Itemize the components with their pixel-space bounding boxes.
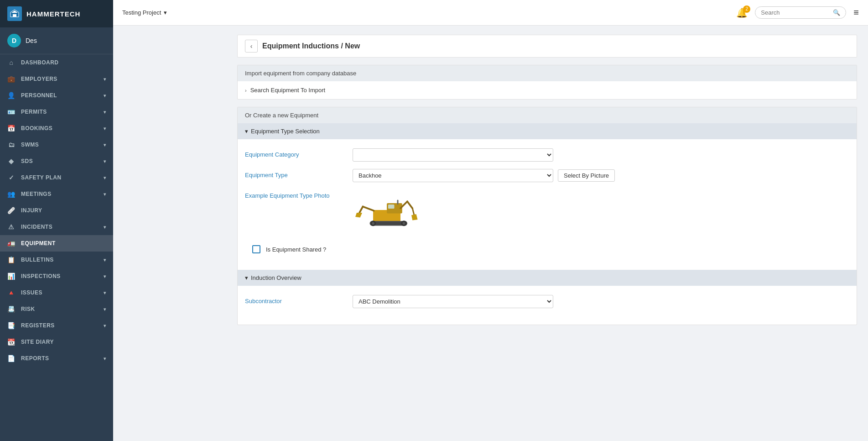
svg-point-16 — [403, 222, 405, 225]
sidebar-item-swms[interactable]: 🗂 SWMS ▾ — [0, 136, 113, 153]
nav-icon-meetings: 👥 — [7, 190, 16, 198]
sidebar-item-issues[interactable]: 🔺 ISSUES ▾ — [0, 284, 113, 301]
nav-icon-dashboard: ⌂ — [7, 59, 16, 66]
project-name: Testing Project — [122, 9, 161, 16]
project-chevron-icon: ▾ — [164, 9, 167, 16]
nav-label-equipment: EQUIPMENT — [21, 240, 56, 247]
nav-icon-bookings: 📅 — [7, 125, 16, 132]
chevron-icon-issues: ▾ — [104, 290, 106, 295]
breadcrumb: ‹ Equipment Inductions / New — [237, 35, 857, 58]
notification-button[interactable]: 🔔 2 — [736, 7, 748, 18]
chevron-icon-bookings: ▾ — [104, 126, 106, 131]
backhoe-image — [353, 189, 421, 231]
category-control — [353, 148, 849, 162]
notification-badge: 2 — [743, 5, 750, 13]
search-input[interactable] — [761, 9, 829, 16]
chevron-icon-personnel: ▾ — [104, 93, 106, 98]
subcontractor-control: ABC Demolition — [353, 295, 849, 308]
search-equipment-row[interactable]: › Search Equipment To Import — [238, 81, 857, 99]
nav-icon-employers: 💼 — [7, 75, 16, 83]
sidebar-item-registers[interactable]: 📑 REGISTERS ▾ — [0, 317, 113, 334]
photo-area — [353, 189, 849, 231]
nav-icon-injury: 🩹 — [7, 207, 16, 214]
sidebar-item-meetings[interactable]: 👥 MEETINGS ▾ — [0, 186, 113, 202]
nav-label-safety-plan: SAFETY PLAN — [21, 174, 62, 181]
svg-point-14 — [372, 222, 374, 225]
chevron-icon-employers: ▾ — [104, 77, 106, 82]
avatar: D — [7, 34, 21, 47]
shared-checkbox[interactable] — [252, 245, 260, 253]
induction-title: Induction Overview — [251, 274, 301, 281]
nav-icon-safety-plan: ✓ — [7, 174, 16, 181]
sidebar-item-equipment[interactable]: 🚛 EQUIPMENT — [0, 235, 113, 252]
nav-label-personnel: PERSONNEL — [21, 92, 57, 99]
search-icon: 🔍 — [833, 9, 840, 16]
sidebar-item-injury[interactable]: 🩹 INJURY — [0, 202, 113, 219]
create-equipment-card: Or Create a new Equipment ▾ Equipment Ty… — [237, 107, 857, 325]
chevron-icon-swms: ▾ — [104, 142, 106, 147]
photo-label: Example Equipment Type Photo — [245, 189, 345, 199]
svg-rect-17 — [397, 200, 399, 205]
nav-icon-swms: 🗂 — [7, 141, 16, 148]
sidebar-item-inspections[interactable]: 📊 INSPECTIONS ▾ — [0, 268, 113, 284]
sidebar-item-sds[interactable]: ◆ SDS ▾ — [0, 153, 113, 169]
sidebar-nav: ⌂ DASHBOARD 💼 EMPLOYERS ▾ 👤 PERSONNEL ▾ … — [0, 54, 113, 367]
nav-icon-reports: 📄 — [7, 355, 16, 362]
chevron-icon-safety-plan: ▾ — [104, 175, 106, 180]
equipment-type-section-header[interactable]: ▾ Equipment Type Selection — [238, 123, 857, 139]
chevron-icon-bulletins: ▾ — [104, 257, 106, 262]
category-label: Equipment Category — [245, 148, 345, 158]
chevron-icon-registers: ▾ — [104, 323, 106, 328]
nav-label-reports: REPORTS — [21, 355, 49, 362]
import-card: Import equipment from company database ›… — [237, 65, 857, 100]
page-title: Equipment Inductions / New — [262, 42, 360, 50]
subcontractor-select[interactable]: ABC Demolition — [353, 295, 553, 308]
sidebar-item-permits[interactable]: 🪪 PERMITS ▾ — [0, 104, 113, 120]
sidebar-item-incidents[interactable]: ⚠ INCIDENTS ▾ — [0, 219, 113, 235]
nav-label-site-diary: SITE DIARY — [21, 339, 54, 345]
chevron-icon-incidents: ▾ — [104, 225, 106, 230]
shared-label: Is Equipment Shared ? — [266, 246, 326, 253]
sidebar: HAMMERTECH D Des ⌂ DASHBOARD 💼 EMPLOYERS… — [0, 0, 113, 441]
search-box[interactable]: 🔍 — [755, 6, 846, 19]
subcontractor-label: Subcontractor — [245, 295, 345, 304]
username: Des — [26, 37, 37, 44]
category-select[interactable] — [353, 148, 553, 162]
induction-body: Subcontractor ABC Demolition — [238, 286, 857, 325]
nav-label-swms: SWMS — [21, 142, 39, 148]
main-content: ‹ Equipment Inductions / New Import equi… — [226, 26, 868, 441]
nav-label-permits: PERMITS — [21, 109, 47, 115]
nav-icon-personnel: 👤 — [7, 92, 16, 99]
sidebar-item-bulletins[interactable]: 📋 BULLETINS ▾ — [0, 252, 113, 268]
shared-row: Is Equipment Shared ? — [245, 238, 849, 261]
nav-label-bookings: BOOKINGS — [21, 125, 52, 131]
select-by-picture-button[interactable]: Select By Picture — [558, 169, 615, 182]
sidebar-item-bookings[interactable]: 📅 BOOKINGS ▾ — [0, 120, 113, 136]
subcontractor-row: Subcontractor ABC Demolition — [245, 295, 849, 308]
chevron-icon-risk: ▾ — [104, 307, 106, 312]
sidebar-item-site-diary[interactable]: 📆 SITE DIARY — [0, 334, 113, 350]
type-control: Backhoe Excavator Loader Crane Forklift … — [353, 169, 849, 182]
nav-icon-incidents: ⚠ — [7, 223, 16, 231]
sidebar-item-safety-plan[interactable]: ✓ SAFETY PLAN ▾ — [0, 169, 113, 186]
project-selector[interactable]: Testing Project ▾ — [122, 9, 167, 16]
sidebar-item-risk[interactable]: 📇 RISK ▾ — [0, 301, 113, 317]
sidebar-item-dashboard[interactable]: ⌂ DASHBOARD — [0, 54, 113, 71]
svg-rect-1 — [13, 14, 16, 17]
nav-label-inspections: INSPECTIONS — [21, 273, 61, 279]
chevron-icon-inspections: ▾ — [104, 274, 106, 279]
chevron-right-icon: › — [245, 88, 247, 93]
nav-label-issues: ISSUES — [21, 289, 42, 296]
app-logo: HAMMERTECH — [0, 0, 113, 27]
sidebar-item-employers[interactable]: 💼 EMPLOYERS ▾ — [0, 71, 113, 87]
svg-rect-5 — [388, 205, 395, 209]
nav-icon-issues: 🔺 — [7, 289, 16, 296]
topbar: Testing Project ▾ 🔔 2 🔍 ≡ — [113, 0, 868, 26]
menu-icon[interactable]: ≡ — [853, 7, 859, 18]
back-button[interactable]: ‹ — [245, 40, 258, 52]
user-profile[interactable]: D Des — [0, 27, 113, 54]
sidebar-item-personnel[interactable]: 👤 PERSONNEL ▾ — [0, 87, 113, 104]
type-select[interactable]: Backhoe Excavator Loader Crane Forklift — [353, 169, 553, 182]
induction-overview-header[interactable]: ▾ Induction Overview — [238, 270, 857, 286]
sidebar-item-reports[interactable]: 📄 REPORTS ▾ — [0, 350, 113, 367]
